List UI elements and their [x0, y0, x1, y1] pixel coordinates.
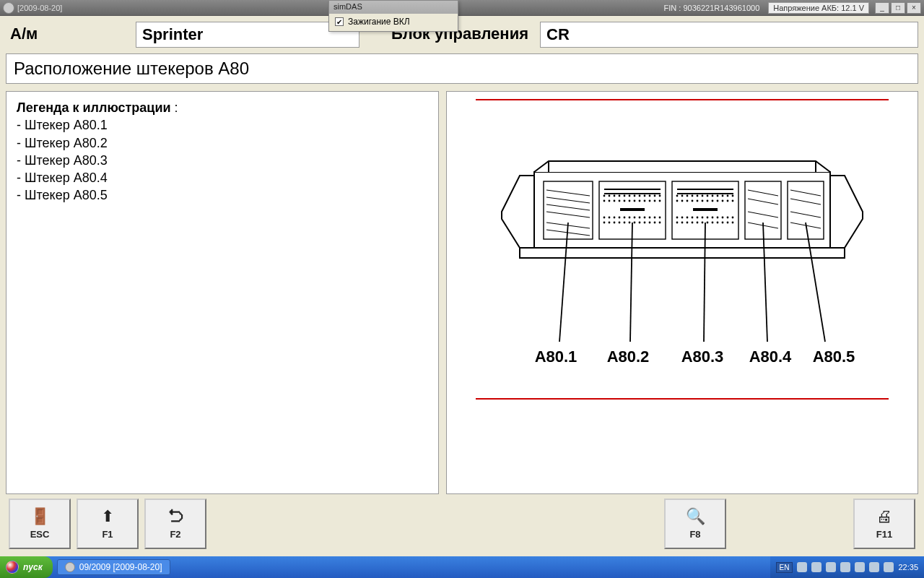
legend-item: - Штекер A80.3 — [17, 152, 428, 169]
magnifier-icon: 🔍 — [686, 509, 705, 525]
close-button[interactable]: × — [907, 2, 921, 14]
diagram-label: A80.3 — [681, 348, 724, 366]
main-app-area: А/м Sprinter Блок управления CR Располож… — [0, 16, 924, 556]
svg-point-76 — [654, 222, 656, 224]
svg-point-87 — [707, 195, 709, 197]
svg-point-128 — [732, 222, 734, 224]
svg-point-31 — [609, 195, 611, 197]
connector-diagram: A80.1 A80.2 A80.3 A80.4 A80.5 — [476, 99, 889, 400]
svg-point-84 — [692, 195, 694, 197]
svg-point-32 — [614, 195, 616, 197]
svg-point-77 — [659, 222, 661, 224]
svg-point-67 — [609, 222, 611, 224]
svg-point-69 — [619, 222, 621, 224]
diagram-label: A80.5 — [813, 348, 855, 366]
svg-point-102 — [722, 200, 724, 202]
app-logo-icon — [3, 2, 14, 14]
app-icon — [65, 562, 75, 572]
diagram-panel: A80.1 A80.2 A80.3 A80.4 A80.5 — [446, 91, 918, 494]
svg-point-82 — [681, 195, 684, 197]
legend-item: - Штекер A80.5 — [17, 186, 428, 204]
svg-point-39 — [649, 195, 651, 197]
f1-button[interactable]: ⬆ F1 — [77, 499, 139, 549]
taskbar-clock[interactable]: 22:35 — [898, 563, 918, 571]
svg-point-124 — [712, 222, 714, 224]
ignition-checkbox[interactable]: ✔ — [335, 17, 344, 26]
svg-point-36 — [634, 195, 636, 197]
simdas-dialog-title: simDAS — [329, 1, 458, 14]
svg-point-119 — [687, 222, 689, 224]
f8-button[interactable]: 🔍 F8 — [664, 499, 726, 549]
function-key-bar: 🚪 ESC ⬆ F1 ⮌ F2 🔍 F8 🖨 F11 — [6, 494, 918, 551]
tray-icon[interactable] — [840, 562, 850, 572]
minimize-button[interactable]: _ — [875, 2, 889, 14]
svg-point-126 — [722, 222, 724, 224]
svg-point-37 — [639, 195, 641, 197]
svg-point-46 — [624, 200, 626, 202]
tray-icon[interactable] — [811, 562, 821, 572]
svg-point-95 — [687, 200, 689, 202]
svg-point-112 — [712, 217, 714, 219]
tray-icon[interactable] — [869, 562, 879, 572]
fin-label: FIN : 9036221R143961000 — [664, 4, 760, 12]
app-titlebar: [2009-08-20] FIN : 9036221R143961000 Нап… — [0, 0, 924, 16]
svg-point-56 — [614, 217, 616, 219]
f11-button[interactable]: 🖨 F11 — [853, 499, 915, 549]
svg-point-94 — [681, 200, 684, 202]
svg-rect-8 — [788, 181, 824, 239]
svg-point-113 — [717, 217, 719, 219]
svg-point-66 — [603, 222, 606, 224]
svg-point-50 — [644, 200, 646, 202]
svg-point-89 — [717, 195, 719, 197]
svg-point-104 — [732, 200, 734, 202]
svg-point-65 — [659, 217, 661, 219]
svg-point-91 — [727, 195, 729, 197]
printer-icon: 🖨 — [876, 509, 892, 525]
svg-rect-78 — [620, 208, 645, 211]
svg-point-35 — [629, 195, 631, 197]
svg-point-73 — [639, 222, 641, 224]
svg-point-83 — [687, 195, 689, 197]
start-button[interactable]: пуск — [0, 556, 53, 578]
svg-point-116 — [732, 217, 734, 219]
tray-icon[interactable] — [826, 562, 836, 572]
svg-point-55 — [609, 217, 611, 219]
header-row: А/м Sprinter Блок управления CR — [6, 22, 918, 48]
f2-button[interactable]: ⮌ F2 — [144, 499, 206, 549]
svg-point-59 — [629, 217, 631, 219]
svg-point-105 — [676, 217, 679, 219]
svg-point-81 — [676, 195, 679, 197]
svg-point-63 — [649, 217, 651, 219]
svg-point-38 — [644, 195, 646, 197]
taskbar-item[interactable]: 09/2009 [2009-08-20] — [57, 559, 170, 575]
diagram-label: A80.1 — [535, 348, 578, 366]
diagram-label: A80.2 — [607, 348, 650, 366]
esc-button[interactable]: 🚪 ESC — [9, 499, 71, 549]
svg-point-99 — [707, 200, 709, 202]
tray-icon[interactable] — [855, 562, 865, 572]
vehicle-label: А/м — [6, 22, 128, 48]
windows-taskbar: пуск 09/2009 [2009-08-20] EN 22:35 — [0, 556, 924, 578]
svg-point-72 — [634, 222, 636, 224]
svg-point-48 — [634, 200, 636, 202]
tray-icon[interactable] — [884, 562, 894, 572]
svg-point-90 — [722, 195, 724, 197]
tray-icon[interactable] — [797, 562, 807, 572]
svg-point-125 — [717, 222, 719, 224]
ignition-checkbox-label: Зажигание ВКЛ — [348, 17, 410, 27]
language-indicator[interactable]: EN — [776, 562, 793, 573]
svg-point-88 — [712, 195, 714, 197]
svg-point-75 — [649, 222, 651, 224]
maximize-button[interactable]: □ — [891, 2, 905, 14]
legend-title: Легенда к иллюстрации — [17, 100, 171, 115]
svg-point-106 — [681, 217, 684, 219]
svg-point-41 — [659, 195, 661, 197]
svg-point-64 — [654, 217, 656, 219]
svg-rect-80 — [677, 193, 733, 194]
svg-point-54 — [603, 217, 606, 219]
diagram-label: A80.4 — [749, 348, 792, 366]
svg-point-108 — [692, 217, 694, 219]
svg-point-43 — [609, 200, 611, 202]
svg-point-60 — [634, 217, 636, 219]
svg-point-45 — [619, 200, 621, 202]
